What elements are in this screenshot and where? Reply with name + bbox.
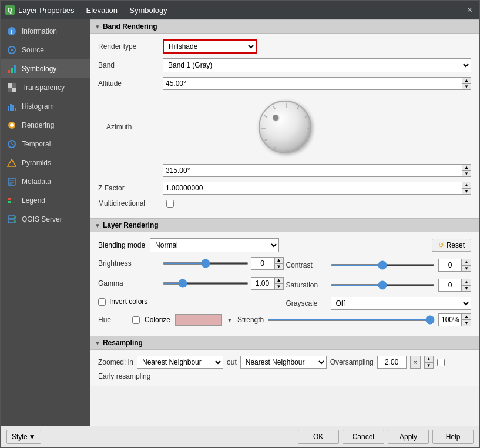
azimuth-down[interactable]: ▼ [462, 170, 471, 177]
brightness-up[interactable]: ▲ [274, 257, 284, 263]
oversampling-label: Oversampling [330, 358, 374, 366]
altitude-label: Altitude [98, 79, 163, 88]
z-factor-down[interactable]: ▼ [462, 188, 471, 195]
contrast-up[interactable]: ▲ [462, 259, 471, 265]
band-select[interactable]: Band 1 (Gray) [163, 58, 471, 72]
sidebar-item-temporal[interactable]: Temporal [1, 135, 90, 153]
altitude-down[interactable]: ▼ [462, 83, 471, 90]
invert-colors-row: Invert colors [98, 297, 284, 306]
sidebar-item-information[interactable]: i Information [1, 22, 90, 41]
z-factor-input[interactable] [163, 182, 462, 195]
strength-value-input[interactable] [438, 313, 462, 326]
gamma-spinners: ▲ ▼ [274, 277, 284, 290]
strength-value-container: ▲ ▼ [438, 313, 471, 326]
svg-rect-4 [8, 70, 10, 73]
oversampling-clear-button[interactable]: × [410, 356, 421, 369]
invert-colors-checkbox[interactable] [98, 298, 106, 306]
sidebar-item-source[interactable]: Source [1, 41, 90, 59]
zoomed-out-select[interactable]: Nearest Neighbour Bilinear Cubic [240, 356, 327, 369]
sidebar-item-pyramids[interactable]: Pyramids [1, 153, 90, 172]
rendering-icon [6, 120, 17, 131]
gamma-up[interactable]: ▲ [274, 277, 284, 283]
brightness-slider[interactable] [163, 262, 249, 265]
azimuth-section: Azimuth [98, 95, 471, 159]
azimuth-input[interactable] [163, 164, 462, 177]
azimuth-dial[interactable] [259, 101, 311, 153]
strength-down[interactable]: ▼ [462, 320, 471, 326]
band-row: Band Band 1 (Gray) [98, 58, 471, 72]
layer-rendering-toggle[interactable]: ▼ [95, 222, 100, 229]
gamma-value-input[interactable] [251, 277, 274, 290]
oversampling-down[interactable]: ▼ [424, 362, 434, 369]
brightness-spinners: ▲ ▼ [274, 257, 284, 270]
contrast-slider[interactable] [331, 264, 435, 266]
saturation-value-input[interactable] [438, 279, 462, 292]
zoomed-in-select[interactable]: Nearest Neighbour Bilinear Cubic [137, 356, 223, 369]
azimuth-up[interactable]: ▲ [462, 164, 471, 170]
style-button[interactable]: Style ▼ [6, 430, 41, 444]
sidebar-item-metadata[interactable]: Metadata [1, 172, 90, 191]
resampling-toggle[interactable]: ▼ [95, 340, 100, 346]
sidebar-item-symbology[interactable]: Symbology [1, 59, 90, 78]
colorize-color-picker[interactable] [175, 314, 222, 326]
render-type-control: Hillshade Singleband gray Pseudocolor [163, 39, 471, 54]
sidebar-item-transparency[interactable]: Transparency [1, 78, 90, 97]
colorize-dropdown-arrow[interactable]: ▼ [227, 317, 233, 323]
strength-up[interactable]: ▲ [462, 313, 471, 320]
altitude-up[interactable]: ▲ [462, 77, 471, 83]
multidirectional-checkbox[interactable] [166, 200, 174, 208]
z-factor-up[interactable]: ▲ [462, 182, 471, 188]
brightness-value-input[interactable] [251, 257, 274, 270]
svg-marker-20 [8, 159, 16, 166]
source-icon [6, 45, 17, 55]
altitude-input[interactable] [163, 77, 462, 90]
dial-indicator [273, 115, 278, 121]
altitude-control: ▲ ▼ [163, 77, 471, 90]
close-button[interactable]: × [465, 5, 475, 15]
oversampling-input[interactable] [377, 356, 407, 369]
band-rendering-toggle[interactable]: ▼ [95, 24, 100, 30]
saturation-row: Saturation ▲ ▼ [286, 277, 472, 293]
info-icon: i [6, 26, 17, 36]
altitude-spinners: ▲ ▼ [462, 77, 471, 90]
sidebar: i Information Source [1, 19, 90, 426]
grayscale-label: Grayscale [286, 299, 327, 307]
early-resampling-checkbox[interactable] [437, 359, 445, 366]
svg-rect-9 [8, 88, 12, 92]
blending-mode-select[interactable]: Normal Multiply Screen [150, 238, 279, 252]
sidebar-item-rendering[interactable]: Rendering [1, 116, 90, 135]
sidebar-label-histogram: Histogram [22, 102, 54, 111]
svg-point-32 [14, 221, 15, 222]
sidebar-label-metadata: Metadata [22, 178, 51, 186]
bottom-right-actions: OK Cancel Apply Help [298, 430, 474, 444]
azimuth-value-row: ▲ ▼ [98, 164, 471, 177]
strength-slider[interactable] [267, 319, 435, 321]
colorize-checkbox[interactable] [132, 316, 140, 324]
sidebar-item-histogram[interactable]: Histogram [1, 97, 90, 116]
saturation-up[interactable]: ▲ [462, 279, 471, 285]
gamma-down[interactable]: ▼ [274, 283, 284, 290]
sidebar-label-legend: Legend [22, 196, 45, 205]
sidebar-item-legend[interactable]: Legend [1, 191, 90, 210]
azimuth-label: Azimuth [106, 123, 132, 131]
reset-button[interactable]: ↺ Reset [432, 239, 471, 252]
z-factor-control: ▲ ▼ [163, 182, 471, 195]
band-rendering-content: Render type Hillshade Singleband gray Ps… [90, 34, 479, 218]
render-type-select[interactable]: Hillshade Singleband gray Pseudocolor [163, 39, 257, 54]
gamma-slider[interactable] [163, 282, 249, 285]
band-rendering-section: ▼ Band Rendering Render type Hillshade S… [90, 19, 479, 218]
brightness-down[interactable]: ▼ [274, 263, 284, 270]
contrast-value-input[interactable] [438, 259, 462, 272]
svg-line-40 [273, 147, 275, 150]
contrast-down[interactable]: ▼ [462, 265, 471, 272]
sidebar-label-pyramids: Pyramids [22, 159, 51, 167]
saturation-slider[interactable] [331, 284, 435, 286]
cancel-button[interactable]: Cancel [343, 430, 384, 444]
saturation-down[interactable]: ▼ [462, 285, 471, 292]
oversampling-up[interactable]: ▲ [424, 356, 434, 362]
sidebar-item-qgis-server[interactable]: QGIS Server [1, 210, 90, 229]
help-button[interactable]: Help [432, 430, 474, 444]
grayscale-select[interactable]: Off By lightness By luminosity By averag… [331, 297, 472, 310]
apply-button[interactable]: Apply [388, 430, 429, 444]
ok-button[interactable]: OK [298, 430, 339, 444]
